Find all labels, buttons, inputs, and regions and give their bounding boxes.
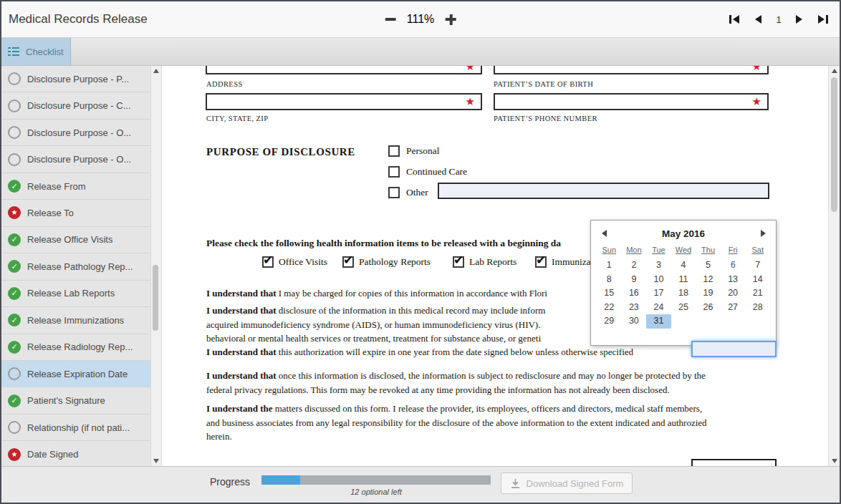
calendar-day[interactable]: 16 (622, 286, 647, 301)
sidebar-item-release-immunizations[interactable]: ✓Release Immunizations (1, 307, 150, 334)
content-area: Disclosure Purpose - P...Disclosure Purp… (1, 66, 840, 466)
scroll-up-icon[interactable] (153, 69, 159, 73)
calendar-day[interactable]: 31 (646, 314, 671, 329)
checkbox-checked-icon[interactable] (453, 256, 464, 268)
chevron-left-icon (602, 230, 607, 237)
sidebar-item-date-signed[interactable]: ★Date Signed (1, 441, 150, 466)
calendar-weekday: Wed (671, 246, 696, 258)
calendar-day[interactable]: 20 (721, 286, 746, 301)
calendar-day[interactable]: 9 (622, 273, 647, 287)
sidebar-item-release-office-visits[interactable]: ✓Release Office Visits (1, 227, 150, 253)
zoom-in-button[interactable] (444, 13, 457, 26)
sidebar-item-disclosure-purpose-c[interactable]: Disclosure Purpose - C... (1, 92, 150, 119)
calendar-day[interactable]: 24 (646, 301, 671, 315)
calendar-day[interactable]: 25 (671, 301, 696, 315)
sidebar-item-patient-s-signature[interactable]: ✓Patient's Signature (1, 387, 150, 414)
footer-bar: Progress 12 optional left Download Signe… (1, 466, 840, 503)
phone-field[interactable]: ★ (494, 93, 769, 110)
calendar-weekday: Thu (696, 246, 721, 258)
address-field[interactable]: ★ (206, 66, 482, 74)
phone-label: PATIENT’S PHONE NUMBER (494, 115, 597, 122)
calendar-day[interactable]: 6 (721, 258, 746, 273)
sidebar-scrollbar-thumb[interactable] (153, 265, 158, 331)
required-star-icon: ★ (752, 97, 761, 107)
scroll-up-icon[interactable] (832, 69, 837, 73)
checkbox-checked-icon[interactable] (262, 256, 274, 268)
sidebar-item-disclosure-purpose-o[interactable]: Disclosure Purpose - O... (1, 120, 150, 146)
other-input[interactable] (438, 183, 769, 199)
page-navigation: 1 (728, 14, 830, 25)
calendar-day[interactable]: 5 (696, 258, 721, 273)
download-signed-form-button[interactable]: Download Signed Form (501, 472, 633, 494)
doc-paragraph: I understand that this authorization wil… (206, 345, 633, 359)
checkbox-checked-icon[interactable] (535, 256, 547, 268)
calendar-day[interactable]: 26 (696, 301, 721, 315)
zoom-out-button[interactable] (384, 13, 397, 26)
sidebar-scrollbar[interactable] (150, 66, 162, 466)
calendar-day[interactable]: 18 (671, 286, 696, 301)
calendar-day[interactable]: 23 (622, 301, 647, 315)
release-prompt: Please check the following health inform… (206, 238, 561, 249)
calendar-day[interactable]: 15 (597, 286, 622, 301)
sidebar-item-label: Release Immunizations (27, 315, 124, 326)
calendar-prev-button[interactable] (597, 228, 611, 239)
star-circle-icon: ★ (8, 448, 21, 461)
calendar-day[interactable]: 17 (646, 286, 671, 301)
expiration-date-input[interactable] (691, 341, 777, 357)
skip-last-icon (817, 14, 829, 24)
sidebar-item-relationship-if-not-pati[interactable]: Relationship (if not pati... (1, 415, 150, 441)
checkbox-unchecked-icon[interactable] (388, 187, 400, 198)
document-scrollbar-thumb[interactable] (831, 77, 837, 212)
partial-field[interactable] (691, 459, 777, 466)
sidebar-item-label: Disclosure Purpose - C... (27, 100, 131, 111)
calendar-day[interactable]: 12 (696, 273, 721, 287)
calendar-day[interactable]: 2 (622, 258, 647, 273)
calendar-day[interactable]: 4 (671, 258, 696, 273)
calendar-day[interactable]: 11 (671, 273, 696, 287)
calendar-day[interactable]: 1 (597, 258, 622, 273)
sidebar-item-disclosure-purpose-o[interactable]: Disclosure Purpose - O... (1, 146, 150, 173)
calendar-day[interactable]: 13 (721, 273, 746, 287)
calendar-day[interactable]: 7 (745, 258, 770, 273)
calendar-day[interactable]: 3 (646, 258, 671, 273)
first-page-button[interactable] (728, 14, 741, 25)
checklist-button[interactable]: Checklist (1, 38, 71, 65)
calendar-grid: SunMonTueWedThuFriSat1234567891011121314… (597, 246, 770, 329)
previous-page-button[interactable] (751, 14, 764, 25)
last-page-button[interactable] (817, 14, 830, 25)
sidebar-item-release-pathology-rep[interactable]: ✓Release Pathology Rep... (1, 253, 150, 280)
calendar-day[interactable]: 10 (646, 273, 671, 287)
calendar-day[interactable]: 8 (597, 273, 622, 287)
scroll-down-icon[interactable] (832, 459, 837, 463)
calendar-day[interactable]: 30 (622, 314, 647, 329)
checkbox-checked-icon[interactable] (342, 256, 354, 268)
purpose-option: Continued Care (388, 165, 467, 178)
calendar-day[interactable]: 19 (696, 286, 721, 301)
calendar-day[interactable]: 14 (745, 273, 770, 287)
city-state-zip-field[interactable]: ★ (206, 93, 482, 110)
next-page-button[interactable] (793, 14, 806, 25)
empty-circle-icon (8, 421, 21, 434)
checkbox-unchecked-icon[interactable] (388, 166, 400, 178)
scroll-down-icon[interactable] (153, 459, 159, 463)
sidebar-item-release-from[interactable]: ✓Release From (1, 173, 150, 200)
sidebar-item-release-to[interactable]: ★Release To (1, 200, 150, 226)
sidebar-item-release-expiration-date[interactable]: Release Expiration Date (1, 361, 150, 387)
sidebar-item-label: Patient's Signature (27, 395, 105, 406)
sidebar-item-disclosure-purpose-p[interactable]: Disclosure Purpose - P... (1, 66, 150, 92)
check-circle-icon: ✓ (8, 180, 21, 193)
calendar-day[interactable]: 21 (745, 286, 770, 301)
sidebar-item-release-lab-reports[interactable]: ✓Release Lab Reports (1, 281, 150, 307)
sidebar-item-release-radiology-rep[interactable]: ✓Release Radiology Rep... (1, 334, 150, 361)
calendar-day[interactable]: 28 (745, 301, 770, 315)
calendar-next-button[interactable] (756, 228, 770, 239)
dob-field[interactable]: ★ (494, 66, 769, 74)
calendar-day[interactable]: 29 (597, 314, 622, 329)
calendar-day[interactable]: 22 (597, 301, 622, 315)
calendar-header: May 2016 (597, 226, 770, 241)
document-scrollbar[interactable] (828, 66, 840, 466)
zoom-controls: 111% (384, 13, 458, 26)
progress-label: Progress (210, 476, 250, 488)
calendar-day[interactable]: 27 (721, 301, 746, 315)
checkbox-unchecked-icon[interactable] (388, 145, 400, 157)
